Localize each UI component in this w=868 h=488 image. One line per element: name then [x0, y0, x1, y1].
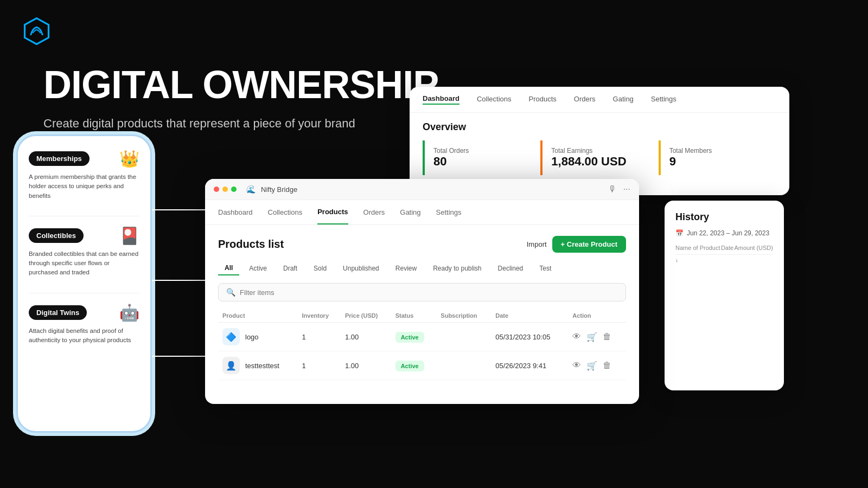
dash-nav-dashboard[interactable]: Dashboard [423, 94, 459, 105]
view-icon-logo[interactable]: 👁 [572, 332, 581, 342]
filter-tab-sold[interactable]: Sold [307, 261, 333, 275]
total-earnings-value: 1,884.00 USD [551, 155, 649, 169]
date-logo: 05/31/2023 10:05 [491, 323, 568, 351]
status-test: Active [391, 351, 437, 380]
overview-title: Overview [423, 121, 776, 133]
table-header-row: Product Inventory Price (USD) Status Sub… [218, 309, 626, 323]
window-minimize-dot[interactable] [222, 187, 228, 192]
filter-tab-test[interactable]: Test [533, 261, 558, 275]
phone-item-digital-twins: Digital Twins 🤖 Attach digital benefits … [29, 303, 139, 345]
product-thumb-test: 👤 [222, 357, 240, 374]
total-orders-label: Total Orders [433, 147, 532, 155]
products-nav: Dashboard Collections Products Orders Ga… [205, 200, 639, 225]
products-list-header: Products list Import + Create Product [218, 236, 626, 253]
table-row: 👤 testtesttest 1 1.00 Active 05/26/2023 … [218, 351, 626, 380]
col-status: Status [391, 309, 437, 323]
product-cell-test: 👤 testtesttest [218, 351, 298, 380]
nifty-bridge-icon: 🌊 [246, 185, 256, 194]
col-product: Product [218, 309, 298, 323]
cart-icon-test[interactable]: 🛒 [586, 361, 597, 371]
hero-subtitle: Create digital products that represent a… [43, 117, 355, 131]
total-members-value: 9 [669, 155, 768, 169]
calendar-icon: 📅 [675, 229, 684, 237]
products-nav-orders[interactable]: Orders [363, 200, 385, 224]
price-test: 1.00 [341, 351, 391, 380]
action-icons-logo: 👁 🛒 🗑 [572, 332, 622, 342]
dash-nav-settings[interactable]: Settings [651, 95, 676, 104]
table-row: 🔷 logo 1 1.00 Active 05/31/2023 10:05 👁 [218, 323, 626, 351]
logo [22, 16, 52, 46]
products-actions: Import + Create Product [527, 236, 626, 253]
collectibles-icon: 🎴 [119, 226, 139, 245]
phone-item-memberships: Memberships 👑 A premium membership that … [29, 149, 139, 201]
product-thumb-logo: 🔷 [222, 328, 240, 345]
stat-total-members: Total Members 9 [659, 140, 776, 175]
price-logo: 1.00 [341, 323, 391, 351]
search-input[interactable] [240, 288, 618, 297]
products-list-title: Products list [218, 238, 284, 251]
products-nav-dashboard[interactable]: Dashboard [218, 200, 253, 224]
view-icon-test[interactable]: 👁 [572, 361, 581, 371]
more-options-icon[interactable]: ··· [623, 184, 630, 194]
products-nav-products[interactable]: Products [317, 200, 348, 224]
dashboard-nav: Dashboard Collections Products Orders Ga… [410, 87, 789, 113]
history-table-header: Name of Product Date Amount (USD) [675, 245, 773, 255]
stat-total-orders: Total Orders 80 [423, 140, 540, 175]
products-nav-gating[interactable]: Gating [400, 200, 420, 224]
window-close-dot[interactable] [214, 187, 219, 192]
filter-tab-ready-publish[interactable]: Ready to publish [426, 261, 488, 275]
collectibles-badge: Collectibles [29, 228, 84, 243]
sort-arrow[interactable]: ↓ [675, 257, 773, 263]
dash-nav-products[interactable]: Products [529, 95, 557, 104]
date-test: 05/26/2023 9:41 [491, 351, 568, 380]
arrow-digital-twins [152, 352, 213, 360]
filter-tabs: All Active Draft Sold Unpublished Review… [218, 261, 626, 275]
digital-twins-icon: 🤖 [119, 303, 139, 322]
cart-icon-logo[interactable]: 🛒 [586, 332, 597, 342]
product-name-text-test: testtesttest [245, 362, 279, 370]
stat-total-earnings: Total Earnings 1,884.00 USD [540, 140, 658, 175]
col-subscription: Subscription [436, 309, 491, 323]
search-bar: 🔍 [218, 283, 626, 301]
dash-nav-collections[interactable]: Collections [477, 95, 512, 104]
products-nav-settings[interactable]: Settings [436, 200, 462, 224]
status-badge-logo: Active [395, 332, 424, 343]
arrow-collectibles [152, 277, 213, 284]
total-members-label: Total Members [669, 147, 768, 155]
microphone-icon[interactable]: 🎙 [608, 184, 617, 194]
products-window: 🌊 Nifty Bridge 🎙 ··· Dashboard Collectio… [205, 179, 639, 404]
product-name-logo: 🔷 logo [222, 328, 293, 345]
filter-tab-active[interactable]: Active [242, 261, 273, 275]
delete-icon-logo[interactable]: 🗑 [603, 332, 611, 342]
filter-tab-declined[interactable]: Declined [492, 261, 530, 275]
dashboard-stats: Total Orders 80 Total Earnings 1,884.00 … [423, 140, 776, 175]
status-logo: Active [391, 323, 437, 351]
delete-icon-test[interactable]: 🗑 [603, 361, 611, 371]
col-action: Action [568, 309, 626, 323]
window-maximize-dot[interactable] [231, 187, 237, 192]
dash-nav-gating[interactable]: Gating [613, 95, 634, 104]
subscription-logo [436, 323, 491, 351]
product-cell-logo: 🔷 logo [218, 323, 298, 351]
filter-tab-draft[interactable]: Draft [277, 261, 304, 275]
history-title: History [675, 211, 773, 223]
products-content: Products list Import + Create Product Al… [205, 225, 639, 391]
action-icons-test: 👁 🛒 🗑 [572, 361, 622, 371]
status-badge-test: Active [395, 361, 424, 371]
total-orders-value: 80 [433, 155, 532, 169]
filter-tab-all[interactable]: All [218, 261, 239, 275]
history-col-date: Date [721, 245, 733, 251]
phone-item-collectibles: Collectibles 🎴 Branded collectibles that… [29, 226, 139, 278]
col-price: Price (USD) [341, 309, 391, 323]
memberships-icon: 👑 [119, 149, 139, 168]
dashboard-overview: Overview Total Orders 80 Total Earnings … [410, 113, 789, 184]
dash-nav-orders[interactable]: Orders [574, 95, 596, 104]
products-nav-collections[interactable]: Collections [268, 200, 303, 224]
digital-twins-badge: Digital Twins [29, 305, 87, 320]
window-titlebar: 🌊 Nifty Bridge 🎙 ··· [205, 179, 639, 200]
filter-tab-unpublished[interactable]: Unpublished [336, 261, 386, 275]
import-button[interactable]: Import [527, 240, 547, 248]
create-product-button[interactable]: + Create Product [552, 236, 626, 253]
filter-tab-review[interactable]: Review [389, 261, 423, 275]
inventory-logo: 1 [298, 323, 341, 351]
